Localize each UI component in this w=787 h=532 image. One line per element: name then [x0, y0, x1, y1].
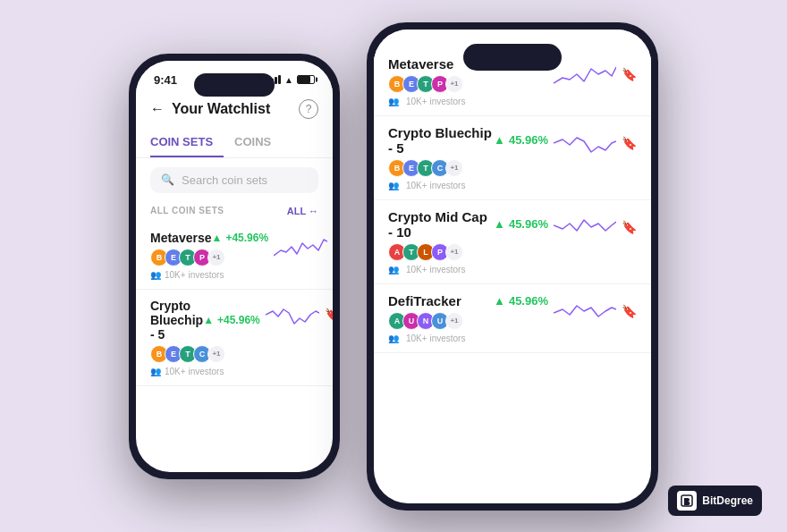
- sparkline-metaverse: [274, 231, 327, 263]
- up-arrow-icon: ▲: [203, 314, 214, 326]
- sparkline-bookmark: 🔖: [554, 209, 637, 245]
- tab-coin-sets[interactable]: COIN SETS: [150, 128, 224, 157]
- investors-icon: 👥: [388, 181, 399, 190]
- list-item: DefiTracker ▲ 45.96% A U N U: [374, 284, 651, 353]
- back-button[interactable]: ←: [150, 101, 165, 117]
- section-label: ALL COIN SETS: [150, 206, 224, 215]
- coin-icons: B E T C +1: [388, 159, 548, 177]
- coin-name: Metaverse: [388, 56, 453, 72]
- coin-change: ▲ +45.96%: [203, 314, 260, 326]
- tabs-small: COIN SETS COINS: [136, 128, 333, 158]
- dynamic-island-large: [463, 44, 562, 71]
- investors-icon: 👥: [150, 367, 161, 376]
- coin-item-top: Crypto Bluechip - 5 ▲ +45.96%: [150, 299, 260, 342]
- coin-main: DefiTracker ▲ 45.96% A U N U: [388, 293, 548, 343]
- coin-main: Crypto Mid Cap - 10 ▲ 45.96% A T L P: [388, 209, 548, 274]
- sparkline-large: [554, 293, 616, 329]
- coin-icons: B E T C +1: [150, 345, 260, 363]
- help-button[interactable]: ?: [299, 99, 318, 119]
- investors-info: 👥 10K+ investors: [388, 181, 548, 190]
- coin-change: ▲ 45.96%: [494, 133, 548, 147]
- coin-item-top: Metaverse ▲ +45.96%: [150, 231, 268, 245]
- sparkline-large: [554, 125, 616, 161]
- coin-name: Crypto Mid Cap - 10: [388, 209, 494, 240]
- coin-name: DefiTracker: [388, 293, 461, 308]
- coin-row: Metaverse ▲ +45.96% B E T P: [150, 231, 318, 280]
- coin-sets-list-small: Metaverse ▲ +45.96% B E T P: [136, 222, 333, 386]
- phone-small-inner: 9:41 ▲ ← You: [136, 61, 333, 472]
- header-left: ← Your Watchlist: [150, 101, 270, 117]
- coin-plus-badge: +1: [445, 75, 463, 93]
- coin-plus-badge: +1: [207, 249, 225, 266]
- coin-icons: B E T P +1: [150, 249, 268, 266]
- search-container-small: 🔍 Search coin sets: [136, 158, 333, 200]
- sparkline-bookmark: 🔖: [554, 125, 637, 161]
- up-arrow-icon: ▲: [494, 294, 505, 308]
- coin-main: Crypto Bluechip - 5 ▲ +45.96% B E T: [150, 299, 260, 376]
- coin-plus-badge: +1: [207, 345, 225, 363]
- coin-change: ▲ 45.96%: [494, 294, 548, 308]
- sparkline-large: [554, 209, 616, 245]
- list-item: Metaverse ▲ +45.96% B E T P: [136, 222, 333, 290]
- investors-icon: 👥: [388, 265, 399, 274]
- coin-name: Crypto Bluechip - 5: [150, 299, 203, 342]
- coin-main: Metaverse ▲ +45.96% B E T P: [150, 231, 268, 280]
- up-arrow-icon: ▲: [212, 232, 223, 244]
- dynamic-island-small: [194, 73, 275, 97]
- bookmark-icon[interactable]: 🔖: [622, 136, 637, 150]
- coin-change: ▲ 45.96%: [494, 217, 548, 231]
- sparkline-large: [554, 56, 616, 92]
- coin-item-top: Crypto Mid Cap - 10 ▲ 45.96%: [388, 209, 548, 240]
- list-item: Crypto Bluechip - 5 ▲ +45.96% B E T: [136, 290, 333, 386]
- coin-name: Crypto Bluechip - 5: [388, 125, 494, 156]
- investors-info: 👥 10K+ investors: [388, 97, 548, 106]
- tab-coins[interactable]: COINS: [234, 128, 282, 157]
- investors-icon: 👥: [388, 334, 399, 343]
- investors-icon: 👥: [388, 97, 399, 106]
- wifi-icon: ▲: [284, 75, 293, 85]
- investors-info: 👥 10K+ investors: [388, 334, 548, 343]
- up-arrow-icon: ▲: [494, 217, 505, 231]
- investors-info: 👥 10K+ investors: [150, 367, 224, 376]
- search-icon: 🔍: [161, 173, 174, 186]
- coin-item-top: DefiTracker ▲ 45.96%: [388, 293, 548, 308]
- coin-row: Crypto Bluechip - 5 ▲ 45.96% B E T C: [388, 125, 637, 190]
- status-icons-small: ▲: [267, 75, 315, 85]
- coin-sets-list-large: Metaverse ▲ 45.96% B E T P: [374, 30, 651, 353]
- header-small: ← Your Watchlist ?: [136, 92, 333, 128]
- status-time-small: 9:41: [154, 73, 177, 87]
- bookmark-icon[interactable]: 🔖: [622, 304, 637, 318]
- coin-row: Crypto Mid Cap - 10 ▲ 45.96% A T L P: [388, 209, 637, 274]
- phone-small: 9:41 ▲ ← You: [129, 54, 340, 479]
- section-header-small: ALL COIN SETS ALL ↔: [136, 200, 333, 222]
- page-container: 9:41 ▲ ← You: [0, 0, 787, 532]
- coin-name: Metaverse: [150, 231, 212, 245]
- phone-large: Metaverse ▲ 45.96% B E T P: [367, 22, 658, 511]
- investors-info: 👥 10K+ investors: [388, 265, 548, 274]
- bitdegree-badge: BitDegree: [668, 486, 762, 516]
- page-title: Your Watchlist: [172, 101, 270, 117]
- coin-icons: B E T P +1: [388, 75, 548, 93]
- bookmark-icon[interactable]: 🔖: [622, 220, 637, 234]
- search-box[interactable]: 🔍 Search coin sets: [150, 167, 318, 193]
- bookmark-icon[interactable]: 🔖: [622, 67, 637, 81]
- bitdegree-text: BitDegree: [702, 494, 753, 507]
- coin-plus-badge: +1: [445, 159, 463, 177]
- coin-main: Crypto Bluechip - 5 ▲ 45.96% B E T C: [388, 125, 548, 190]
- sparkline-bookmark: 🔖: [274, 231, 333, 263]
- list-item: Crypto Mid Cap - 10 ▲ 45.96% A T L P: [374, 200, 651, 284]
- sparkline-bookmark: 🔖: [554, 293, 637, 329]
- bitdegree-logo: [677, 491, 697, 511]
- search-placeholder: Search coin sets: [182, 173, 267, 187]
- coin-row: DefiTracker ▲ 45.96% A U N U: [388, 293, 637, 343]
- investors-icon: 👥: [150, 270, 161, 280]
- coin-row: Crypto Bluechip - 5 ▲ +45.96% B E T: [150, 299, 318, 376]
- coin-change: ▲ +45.96%: [212, 232, 269, 244]
- bookmark-icon[interactable]: 🔖: [325, 308, 333, 322]
- phone-large-inner: Metaverse ▲ 45.96% B E T P: [374, 30, 651, 503]
- coin-item-bottom: 👥 10K+ investors: [150, 367, 260, 376]
- coin-icons: A T L P +1: [388, 243, 548, 261]
- section-all-button[interactable]: ALL ↔: [287, 206, 318, 216]
- investors-info: 👥 10K+ investors: [150, 270, 224, 280]
- sparkline-bookmark: 🔖: [554, 56, 637, 92]
